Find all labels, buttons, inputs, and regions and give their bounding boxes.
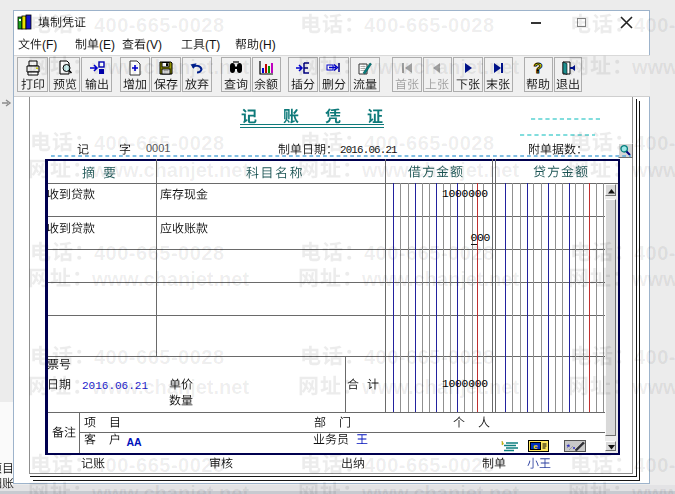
svg-text:?: ? [534, 60, 543, 76]
svg-text:e: e [533, 442, 538, 451]
